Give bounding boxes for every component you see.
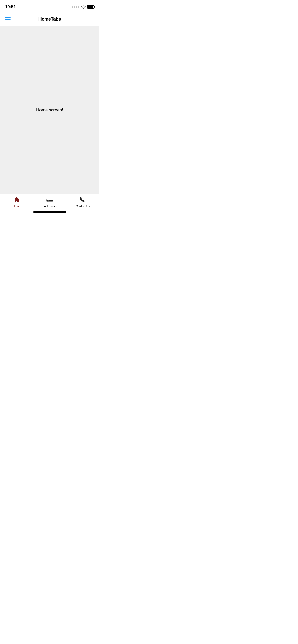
tab-home-label: Home: [13, 204, 20, 208]
tab-book-room[interactable]: Book Room: [33, 194, 66, 210]
signal-dots-icon: [72, 6, 79, 8]
home-indicator: [33, 211, 66, 213]
wifi-icon: [81, 5, 86, 9]
svg-rect-3: [48, 200, 49, 201]
hamburger-line-1: [5, 17, 11, 18]
phone-icon: [79, 196, 86, 203]
header: HomeTabs: [0, 12, 99, 26]
menu-button[interactable]: [4, 16, 12, 22]
main-content: Home screen!: [0, 26, 99, 194]
svg-rect-1: [47, 199, 47, 202]
tab-home[interactable]: Home: [0, 194, 33, 210]
tab-book-room-label: Book Room: [42, 204, 57, 208]
bed-icon: [46, 196, 53, 203]
page-title: HomeTabs: [38, 17, 61, 22]
tab-contact-us[interactable]: Contact Us: [66, 194, 99, 210]
home-icon: [13, 196, 20, 203]
hamburger-line-3: [5, 21, 11, 21]
hamburger-line-2: [5, 19, 11, 20]
status-time: 10:51: [5, 4, 16, 9]
status-bar: 10:51: [0, 0, 99, 12]
tab-contact-us-label: Contact Us: [76, 204, 90, 208]
status-icons: [72, 5, 94, 9]
svg-rect-5: [52, 202, 52, 202]
svg-rect-4: [47, 202, 47, 202]
battery-icon: [87, 5, 94, 9]
home-screen-label: Home screen!: [36, 108, 63, 113]
